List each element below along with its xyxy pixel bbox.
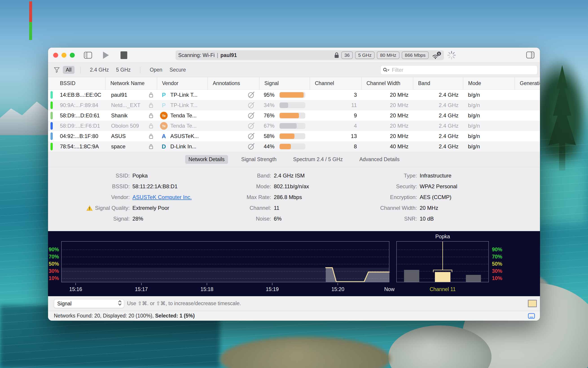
detail-row: Vendor:ASUSTeK Computer Inc.: [54, 194, 209, 201]
x-axis-tick: [75, 283, 76, 285]
signal-percent: 95%: [264, 92, 275, 98]
tab-network-details[interactable]: Network Details: [185, 155, 228, 164]
bottom-drawer-icon[interactable]: [528, 313, 535, 320]
column-generation[interactable]: Generation: [514, 77, 540, 90]
column-network-name[interactable]: Network Name: [105, 77, 157, 90]
filter-secure-button[interactable]: Secure: [169, 67, 186, 73]
detail-value: 286.8 Mbps: [274, 194, 344, 200]
filter-input[interactable]: [392, 67, 535, 73]
table-body: 14:EB:B...:EE:0C paul91 P TP-Link T... 9…: [48, 90, 540, 152]
cell-channel: 3: [310, 90, 361, 100]
vendor-link[interactable]: ASUSTeK Computer Inc.: [132, 194, 209, 200]
detail-value: 802.11b/g/n/ax: [274, 183, 344, 190]
signal-bar-fill: [280, 102, 288, 108]
detail-row: BSSID:58:11:22:1A:B8:D1: [54, 183, 209, 190]
column-annotations[interactable]: Annotations: [208, 77, 259, 90]
cell-channel-width: 20 MHz: [361, 121, 413, 131]
cell-vendor: P TP-Link T...: [157, 100, 208, 110]
cell-channel: 4: [310, 121, 361, 131]
annotation-icon[interactable]: [248, 112, 255, 119]
annotation-icon[interactable]: [248, 91, 255, 99]
filter-funnel-icon[interactable]: [54, 67, 60, 73]
wifi-generation-icon: 5: [431, 51, 441, 59]
annotation-icon[interactable]: [248, 143, 255, 150]
selected-network-color-swatch[interactable]: [528, 300, 537, 307]
detail-value: AES (CCMP): [420, 194, 504, 200]
annotation-icon[interactable]: [248, 102, 255, 109]
column-signal[interactable]: Signal: [259, 77, 310, 90]
column-mode[interactable]: Mode: [463, 77, 514, 90]
annotation-icon[interactable]: [248, 133, 255, 140]
close-button[interactable]: [53, 53, 58, 58]
lock-icon: [149, 112, 153, 119]
cell-mode: b/g/n: [463, 110, 514, 121]
cell-annotations: [208, 121, 259, 131]
table-row[interactable]: 04:92:...B:1F:80 ASUS A ASUSTeK... 58% 1…: [48, 131, 540, 141]
column-band[interactable]: Band: [413, 77, 463, 90]
vendor-logo-icon: Te: [160, 112, 168, 119]
start-scan-icon[interactable]: [103, 52, 109, 59]
detail-value: 20 MHz: [420, 205, 504, 211]
detail-row: Max Rate:286.8 Mbps: [205, 194, 344, 201]
tab-spectrum[interactable]: Spectrum 2.4 / 5 GHz: [290, 155, 346, 164]
signal-bar-fill: [280, 92, 304, 98]
table-row[interactable]: 58:D9:...D:E0:61 Shanik Te Tenda Te... 7…: [48, 110, 540, 121]
filter-bar: All 2.4 GHz 5 GHz Open Secure: [48, 63, 540, 77]
y-axis-label: 70%: [492, 254, 505, 260]
table-row[interactable]: 90:9A:...F:89:84 Netd..._EXT P TP-Link T…: [48, 100, 540, 110]
signal-bar: [279, 144, 305, 149]
toggle-left-sidebar-icon[interactable]: [84, 52, 92, 59]
select-stepper-icon: [118, 300, 122, 308]
detail-value: Extremely Poor: [132, 205, 209, 211]
y-axis-label: 70%: [48, 254, 59, 260]
column-channel-width[interactable]: Channel Width: [361, 77, 413, 90]
warning-icon: [86, 205, 93, 211]
column-bssid[interactable]: BSSID: [55, 77, 105, 90]
y-axis-label: 10%: [492, 275, 505, 281]
x-axis-label: 15:18: [194, 286, 219, 292]
table-row[interactable]: 14:EB:B...:EE:0C paul91 P TP-Link T... 9…: [48, 90, 540, 100]
cell-channel: 11: [310, 100, 361, 110]
vendor-logo-icon: P: [160, 91, 168, 99]
toggle-right-panel-icon[interactable]: [526, 51, 535, 59]
detail-value: Infrastructure: [420, 173, 504, 179]
annotation-icon[interactable]: [248, 122, 255, 129]
cell-network-name: Netd..._EXT: [105, 100, 157, 110]
cell-network-name: Obolon 509: [105, 121, 157, 131]
detail-value: WPA2 Personal: [420, 183, 504, 190]
title-bar[interactable]: Scanning: Wi-Fi | paul91 36 5 GHz 80 MHz…: [48, 47, 540, 63]
cell-signal: 67%: [259, 121, 310, 131]
cell-channel-width: 40 MHz: [361, 141, 413, 152]
table-row[interactable]: 78:54:...1:8C:9A space D D-Link In... 44…: [48, 141, 540, 152]
cell-bssid: 04:92:...B:1F:80: [55, 131, 105, 141]
timescale-hint: Use ⇧⌘. or ⇧⌘, to increase/decrease time…: [127, 300, 241, 306]
wifi-scanner-window: Scanning: Wi-Fi | paul91 36 5 GHz 80 MHz…: [48, 47, 540, 321]
cell-channel-width: 20 MHz: [361, 110, 413, 121]
filter-all-button[interactable]: All: [63, 66, 74, 74]
tab-signal-strength[interactable]: Signal Strength: [238, 155, 280, 164]
filter-search-box[interactable]: [380, 65, 538, 75]
zoom-button[interactable]: [70, 53, 75, 58]
chart-mode-select[interactable]: Signal: [54, 299, 124, 308]
column-vendor[interactable]: Vendor: [157, 77, 208, 90]
cell-annotations: [208, 110, 259, 121]
details-tab-bar: Network Details Signal Strength Spectrum…: [48, 152, 540, 167]
filter-open-button[interactable]: Open: [150, 67, 162, 73]
detail-label: BSSID:: [54, 183, 130, 190]
filter-5ghz-button[interactable]: 5 GHz: [116, 67, 131, 73]
y-axis-label: 30%: [48, 268, 59, 274]
minimize-button[interactable]: [62, 53, 66, 58]
table-row[interactable]: 58:D9:...E:F6:D1 Obolon 509 Te Tenda Te.…: [48, 121, 540, 131]
tab-advanced-details[interactable]: Advanced Details: [356, 155, 403, 164]
cell-mode: b/g/n: [463, 100, 514, 110]
table-header[interactable]: BSSID Network Name Vendor Annotations Si…: [48, 77, 540, 90]
y-axis-label: 10%: [48, 275, 59, 281]
signal-color-stripe: [50, 101, 53, 109]
x-axis-tick: [207, 283, 207, 285]
detail-row: Channel:11: [205, 204, 344, 212]
column-channel[interactable]: Channel: [310, 77, 361, 90]
stop-scan-icon[interactable]: [120, 51, 127, 59]
detail-label: Security:: [347, 183, 417, 190]
x-axis-tick: [338, 283, 338, 285]
filter-24ghz-button[interactable]: 2.4 GHz: [90, 67, 109, 73]
